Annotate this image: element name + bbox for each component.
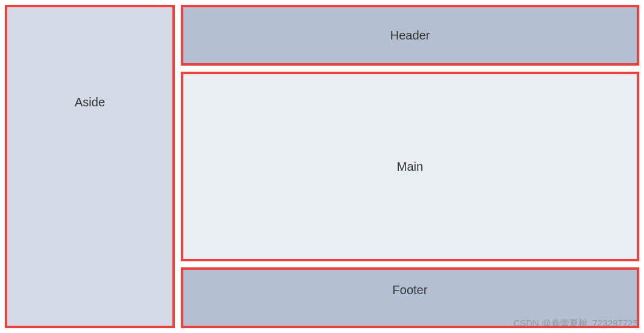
aside-panel: Aside [5, 5, 175, 328]
main-label: Main [397, 160, 423, 174]
footer-label: Footer [393, 283, 428, 297]
layout-container: Aside Header Main Footer [5, 5, 639, 328]
header-label: Header [390, 29, 430, 43]
main-panel: Main [181, 72, 639, 261]
aside-label: Aside [75, 95, 105, 109]
header-panel: Header [181, 5, 639, 66]
right-column: Header Main Footer [181, 5, 639, 328]
footer-panel: Footer [181, 267, 639, 328]
